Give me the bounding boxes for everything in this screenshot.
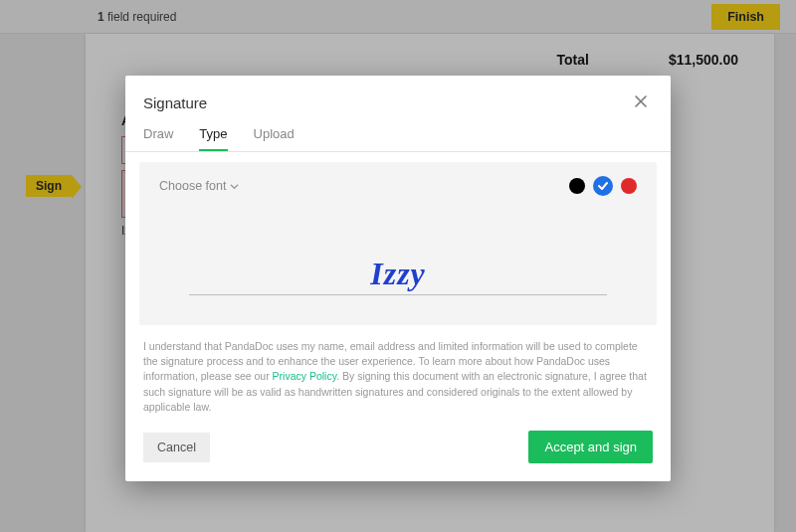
signature-tabs: Draw Type Upload (125, 120, 671, 152)
choose-font-label: Choose font (159, 179, 226, 193)
modal-overlay: Signature Draw Type Upload Choose font (0, 0, 796, 532)
tab-type[interactable]: Type (199, 126, 227, 151)
close-button[interactable] (629, 89, 653, 116)
check-icon (597, 180, 609, 192)
tab-draw[interactable]: Draw (143, 126, 173, 151)
accept-and-sign-button[interactable]: Accept and sign (528, 431, 653, 463)
close-icon (633, 93, 649, 109)
chevron-down-icon (230, 182, 239, 191)
tab-upload[interactable]: Upload (254, 126, 295, 151)
signature-text: Izzy (159, 256, 637, 292)
choose-font-dropdown[interactable]: Choose font (159, 179, 239, 193)
signature-preview: Izzy (159, 256, 637, 295)
signature-canvas: Choose font Izzy (139, 162, 657, 325)
privacy-policy-link[interactable]: Privacy Policy (273, 370, 337, 382)
color-picker (569, 176, 637, 196)
modal-title: Signature (143, 94, 207, 111)
color-blue[interactable] (593, 176, 613, 196)
signature-baseline (189, 294, 607, 295)
color-red[interactable] (621, 178, 637, 194)
signature-modal: Signature Draw Type Upload Choose font (125, 76, 671, 481)
color-black[interactable] (569, 178, 585, 194)
consent-text: I understand that PandaDoc uses my name,… (125, 325, 671, 415)
cancel-button[interactable]: Cancel (143, 433, 210, 462)
